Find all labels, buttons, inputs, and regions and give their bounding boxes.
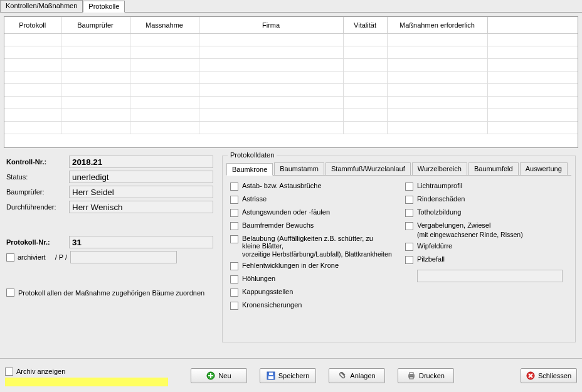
chk-totholzbildung-label: Totholzbildung (417, 208, 461, 216)
archiv-anzeigen-label: Archiv anzeigen (16, 368, 65, 375)
chk-hoehlungen[interactable] (230, 275, 238, 283)
table-row[interactable] (4, 121, 578, 134)
col-massnahme[interactable]: Massnahme (130, 17, 199, 33)
protocol-grid[interactable]: Protokoll Baumprüfer Massnahme Firma Vit… (4, 16, 578, 148)
chk-pilzbefall[interactable] (405, 256, 413, 264)
chk-belaubung-label-a: Belaubung (Auffälligkeiten z.B. schütter… (242, 235, 393, 250)
chk-col-left: Astab- bzw. Astausbrüche Astrisse Astung… (230, 182, 393, 314)
speichern-label: Speichern (278, 372, 310, 379)
chk-astab-label: Astab- bzw. Astausbrüche (242, 182, 322, 189)
baumpruefer-field (69, 186, 213, 198)
plus-icon (206, 371, 215, 380)
footer: Archiv anzeigen Neu Speichern Anlagen (0, 358, 582, 392)
table-row[interactable] (4, 83, 578, 96)
tab-wurzelbereich[interactable]: Wurzelbereich (412, 162, 467, 175)
chk-vergabelungen[interactable] (405, 222, 413, 230)
top-tabbar: Kontrollen/Maßnahmen Protokolle (0, 0, 582, 13)
chk-astab[interactable] (230, 183, 238, 191)
tab-baumkrone[interactable]: Baumkrone (226, 163, 273, 176)
table-row[interactable] (4, 46, 578, 58)
chk-astungswunden-label: Astungswunden oder -fäulen (242, 208, 330, 216)
chk-vergabelungen-label: Vergabelungen, Zwiesel (417, 221, 490, 229)
status-field (69, 171, 213, 183)
slashp-label: / P / (55, 253, 67, 261)
svg-rect-5 (410, 373, 413, 374)
svg-rect-3 (268, 376, 273, 379)
chk-kappungsstellen[interactable] (230, 289, 238, 297)
save-icon (267, 371, 275, 380)
chk-pilzbefall-label: Pilzbefall (417, 255, 445, 263)
archiv-anzeigen-checkbox[interactable] (5, 368, 13, 376)
durchfuehrender-field (69, 201, 213, 213)
chk-astungswunden[interactable] (230, 209, 238, 217)
chk-astrisse[interactable] (230, 196, 238, 204)
schliessen-label: Schliessen (538, 372, 571, 379)
col-empty (487, 17, 578, 33)
anlagen-label: Anlagen (350, 372, 375, 379)
chk-totholzbildung[interactable] (405, 209, 413, 217)
chk-astrisse-label: Astrisse (242, 195, 267, 203)
baumpruefer-label: Baumprüfer: (6, 188, 69, 196)
chk-col-right: Lichtraumprofil Rindenschäden Totholzbil… (405, 182, 568, 314)
neu-button[interactable]: Neu (191, 368, 247, 383)
slashp-field (70, 251, 177, 263)
status-label: Status: (6, 173, 69, 181)
tab-kontrollen[interactable]: Kontrollen/Maßnahmen (0, 0, 83, 12)
chk-fehlentwicklungen[interactable] (230, 262, 238, 270)
close-icon (526, 371, 535, 380)
protokoll-nr-field (69, 236, 213, 248)
status-strip (5, 378, 168, 386)
protokolldaten-fieldset: Protokolldaten Baumkrone Baumstamm Stamm… (222, 156, 576, 342)
speichern-button[interactable]: Speichern (260, 368, 316, 383)
protokolldaten-tabs: Baumkrone Baumstamm Stammfuß/Wurzelanlau… (226, 162, 571, 176)
col-firma[interactable]: Firma (199, 17, 343, 33)
archiviert-checkbox[interactable] (6, 253, 14, 262)
tab-stammfuss[interactable]: Stammfuß/Wurzelanlauf (325, 162, 411, 175)
drucken-label: Drucken (419, 372, 445, 379)
schliessen-button[interactable]: Schliessen (521, 368, 577, 383)
drucken-button[interactable]: Drucken (398, 368, 454, 383)
table-row[interactable] (4, 96, 578, 109)
chk-kappungsstellen-label: Kappungsstellen (242, 288, 293, 295)
chk-rindenschaeden[interactable] (405, 196, 413, 204)
chk-vergabelungen-sub: (mit eingewachsener Rinde, Rissen) (417, 231, 568, 238)
kontroll-nr-field (69, 156, 213, 168)
tab-auswertung[interactable]: Auswertung (520, 162, 568, 175)
chk-baumfremder[interactable] (230, 222, 238, 230)
tab-protokolle[interactable]: Protokolle (83, 1, 125, 13)
neu-label: Neu (218, 372, 231, 379)
tab-baumstamm[interactable]: Baumstamm (274, 162, 324, 175)
printer-icon (407, 371, 416, 380)
assign-label: Protokoll allen der Maßnahme zugehörigen… (18, 289, 204, 297)
table-row[interactable] (4, 33, 578, 46)
chk-lichtraumprofil[interactable] (405, 183, 413, 191)
col-massnahmen-erf[interactable]: Maßnahmen erforderlich (387, 17, 487, 33)
chk-belaubung-label-b: vorzeitige Herbstfärbung/Laubfall), Blat… (242, 250, 393, 258)
chk-wipfelduerre[interactable] (405, 243, 413, 251)
col-protokoll[interactable]: Protokoll (4, 17, 61, 33)
chk-belaubung[interactable] (230, 235, 238, 243)
chk-kronensicherungen[interactable] (230, 302, 238, 310)
chk-kronensicherungen-label: Kronensicherungen (242, 301, 302, 309)
pilzbefall-field (417, 270, 563, 282)
protokolldaten-legend: Protokolldaten (228, 151, 277, 159)
anlagen-button[interactable]: Anlagen (329, 368, 385, 383)
table-row[interactable] (4, 71, 578, 83)
table-row[interactable] (4, 109, 578, 121)
chk-rindenschaeden-label: Rindenschäden (417, 195, 465, 203)
svg-rect-6 (410, 377, 413, 379)
chk-hoehlungen-label: Höhlungen (242, 275, 275, 282)
chk-wipfelduerre-label: Wipfeldürre (417, 242, 452, 250)
assign-checkbox[interactable] (6, 289, 14, 297)
svg-rect-2 (269, 373, 273, 375)
table-row[interactable] (4, 58, 578, 71)
tab-baumumfeld[interactable]: Baumumfeld (468, 162, 519, 175)
chk-lichtraumprofil-label: Lichtraumprofil (417, 182, 462, 189)
col-baumpruefer[interactable]: Baumprüfer (61, 17, 130, 33)
archiviert-label: archiviert (18, 253, 46, 261)
col-vitalitaet[interactable]: Vitalität (343, 17, 387, 33)
chk-fehlentwicklungen-label: Fehlentwicklungen in der Krone (242, 262, 339, 269)
kontroll-nr-label: Kontroll-Nr.: (6, 158, 69, 166)
left-form: Kontroll-Nr.: Status: Baumprüfer: Durchf… (6, 156, 213, 352)
durchfuehrender-label: Durchführender: (6, 203, 69, 211)
